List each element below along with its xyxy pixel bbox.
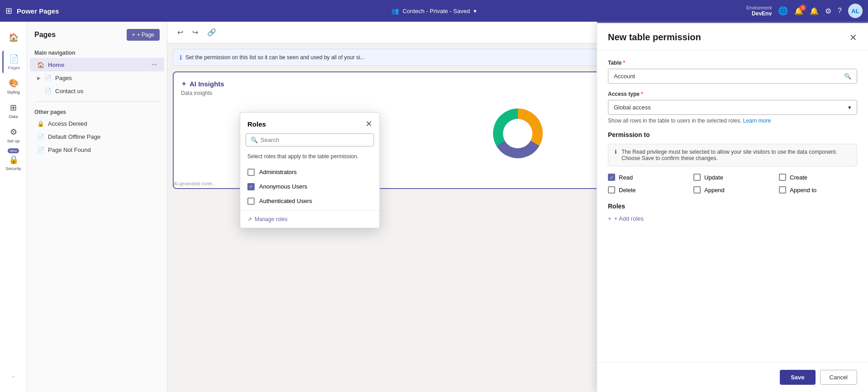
roles-search-field[interactable]: 🔍 [246, 133, 374, 146]
update-checkbox[interactable] [693, 174, 701, 181]
roles-search-input[interactable] [261, 137, 369, 143]
administrators-checkbox[interactable] [247, 169, 255, 176]
lock-icon: 🔒 [37, 120, 44, 127]
environment-label: Environment [746, 5, 772, 10]
data-label: Data [9, 114, 18, 119]
help-icon[interactable]: ? [838, 7, 842, 15]
permission-to-header: Permission to [608, 131, 857, 138]
append-checkbox[interactable] [693, 186, 701, 194]
rail-item-home[interactable]: 🏠 [2, 26, 25, 49]
page-icon: 📄 [37, 146, 44, 153]
table-required: * [623, 60, 625, 66]
main-nav-label: Main navigation [27, 46, 167, 58]
append-label: Append [704, 187, 725, 194]
perm-item-append-to[interactable]: Append to [779, 186, 857, 194]
rail-item-setup[interactable]: ⚙ Set up [2, 124, 25, 146]
cancel-button[interactable]: Cancel [820, 370, 857, 385]
rail-item-security[interactable]: New 🔒 Security [2, 148, 25, 171]
create-checkbox[interactable] [779, 174, 786, 181]
more-options-icon[interactable]: ··· [152, 61, 157, 68]
add-page-label: + Page [137, 32, 154, 38]
panel-header: New table permission ✕ [597, 23, 868, 51]
settings-icon[interactable]: ⚙ [825, 7, 831, 15]
roles-dialog-close-button[interactable]: ✕ [365, 119, 372, 129]
perm-item-delete[interactable]: Delete [608, 186, 686, 194]
perm-item-append[interactable]: Append [693, 186, 772, 194]
plus-icon: + [608, 215, 612, 222]
more-icon: ··· [12, 374, 15, 379]
access-type-value: Global access [614, 104, 651, 111]
table-field-label: Table * [608, 60, 857, 66]
environment-name: DevEnv [752, 10, 772, 17]
content-area: ↩ ↪ 🔗 ☰ Edit list ≡ Add filter ▾ ⊞ Edit … [167, 22, 868, 392]
role-item-administrators[interactable]: Administrators [240, 165, 379, 179]
table-input-wrapper[interactable]: 🔍 [608, 69, 857, 84]
anonymous-users-label: Anonymous Users [259, 183, 307, 190]
notification-icon[interactable]: 🔔 5 [794, 7, 803, 15]
icon-rail: 🏠 📄 Pages 🎨 Styling ⊞ Data ⚙ Set up New … [0, 22, 27, 392]
manage-roles-icon: ↗ [247, 216, 252, 222]
overlay-container: Roles ✕ 🔍 Select roles that apply to the… [167, 22, 868, 392]
site-info[interactable]: 👥 Contech - Private - Saved ▾ [391, 7, 477, 14]
topbar-right: Environment DevEnv 🌐 🔔 5 🔔 ⚙ ? AL [746, 4, 863, 18]
alert-icon[interactable]: 🔔 [810, 7, 819, 15]
pages-label: Pages [8, 65, 20, 70]
roles-dialog-title: Roles [247, 120, 266, 128]
sidebar-item-default-offline[interactable]: 📄 Default Offline Page [30, 130, 164, 143]
search-icon: 🔍 [251, 137, 258, 143]
sidebar-item-contact[interactable]: 📄 Contact us [30, 85, 164, 98]
role-item-authenticated-users[interactable]: Authenticated Users [240, 194, 379, 208]
role-item-anonymous-users[interactable]: Anonymous Users [240, 179, 379, 194]
read-privilege-text: The Read privilege must be selected to a… [621, 149, 850, 161]
default-offline-label: Default Offline Page [48, 133, 100, 140]
authenticated-users-checkbox[interactable] [247, 198, 255, 205]
grid-icon[interactable]: ⊞ [5, 6, 12, 16]
read-checkbox[interactable] [608, 174, 615, 181]
topbar: ⊞ Power Pages 👥 Contech - Private - Save… [0, 0, 868, 22]
sidebar-item-access-denied[interactable]: 🔒 Access Denied [30, 117, 164, 130]
table-search-icon[interactable]: 🔍 [844, 73, 851, 80]
rail-item-pages[interactable]: 📄 Pages [2, 51, 25, 73]
access-type-required: * [641, 91, 643, 97]
setup-label: Set up [7, 138, 19, 143]
page-not-found-label: Page Not Found [48, 146, 91, 153]
panel-body: Table * 🔍 Access type * Global access [597, 51, 868, 362]
dropdown-icon[interactable]: ▾ [474, 8, 477, 14]
learn-more-link[interactable]: Learn more [743, 118, 771, 124]
sidebar-item-pages[interactable]: ▶ 📄 Pages [30, 71, 164, 85]
permissions-grid: Read Update Create [608, 174, 857, 194]
add-roles-button[interactable]: + + Add roles [608, 215, 644, 222]
delete-checkbox[interactable] [608, 186, 615, 194]
rail-item-styling[interactable]: 🎨 Styling [2, 75, 25, 98]
new-badge: New [8, 148, 19, 153]
table-label-text: Table [608, 60, 621, 66]
environment-icon[interactable]: 🌐 [778, 6, 788, 16]
administrators-label: Administrators [259, 169, 297, 175]
delete-label: Delete [619, 187, 636, 194]
permission-panel: New table permission ✕ Table * 🔍 [597, 22, 868, 392]
sidebar-item-home[interactable]: 🏠 Home ··· [30, 58, 164, 71]
perm-item-read[interactable]: Read [608, 174, 686, 181]
access-desc-text: Show all rows in the table to users in t… [608, 118, 742, 124]
append-to-checkbox[interactable] [779, 186, 786, 194]
save-button[interactable]: Save [780, 370, 815, 385]
sidebar-item-page-not-found[interactable]: 📄 Page Not Found [30, 143, 164, 156]
access-description: Show all rows in the table to users in t… [608, 118, 857, 124]
add-page-button[interactable]: + + Page [127, 29, 160, 41]
access-type-select[interactable]: Global access ▾ [608, 100, 857, 115]
styling-label: Styling [7, 90, 20, 94]
notification-badge: 5 [800, 5, 806, 11]
access-type-label-text: Access type [608, 91, 640, 97]
security-icon: 🔒 [9, 155, 19, 165]
anonymous-users-checkbox[interactable] [247, 183, 255, 190]
panel-close-button[interactable]: ✕ [849, 32, 857, 43]
manage-roles-label: Manage roles [255, 216, 288, 222]
perm-item-update[interactable]: Update [693, 174, 772, 181]
avatar[interactable]: AL [848, 4, 863, 18]
manage-roles-link[interactable]: ↗ Manage roles [240, 210, 379, 228]
rail-item-more[interactable]: ··· [2, 365, 25, 387]
rail-item-data[interactable]: ⊞ Data [2, 99, 25, 122]
perm-item-create[interactable]: Create [779, 174, 857, 181]
table-input[interactable] [614, 73, 844, 80]
chevron-down-icon: ▾ [848, 104, 851, 111]
